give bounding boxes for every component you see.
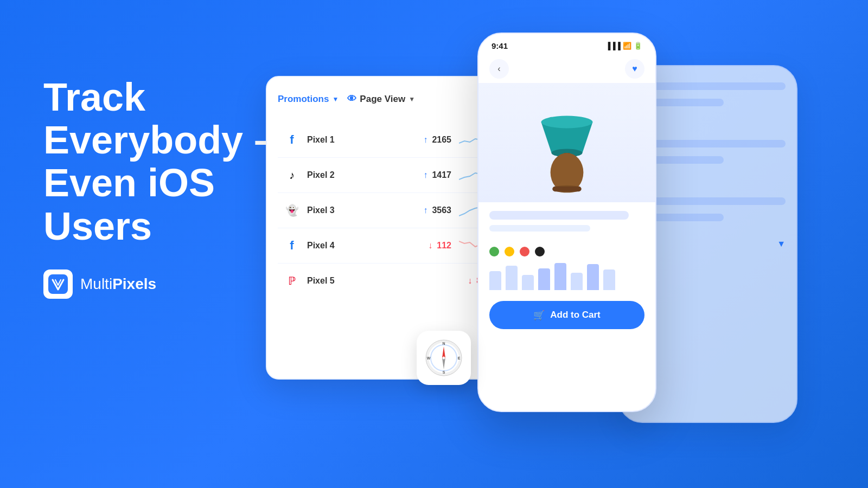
down-arrow-5: ↓: [468, 276, 472, 286]
bar-5: [554, 263, 566, 290]
promotions-arrow-icon: ▼: [332, 95, 339, 103]
wishlist-button[interactable]: ♥: [625, 59, 644, 79]
svg-text:W: W: [427, 356, 431, 360]
lamp-image: [524, 91, 610, 194]
metric-1: ↑ 2165: [423, 135, 451, 145]
pixel-row-1: f Pixel 1 ↑ 2165: [278, 123, 493, 158]
pixel-name-3: Pixel 3: [307, 206, 416, 215]
brand-name: MultiPixels: [80, 275, 156, 293]
down-arrow-4: ↓: [428, 241, 432, 251]
pixel-row-5: ℙ Pixel 5 ↓ 88: [278, 264, 493, 298]
page-view-dropdown[interactable]: 👁 Page View ▼: [347, 94, 415, 105]
facebook-icon-2: f: [284, 238, 299, 253]
product-details: [478, 202, 655, 240]
promotions-dropdown[interactable]: Promotions ▼: [278, 94, 339, 105]
svg-text:E: E: [458, 356, 461, 360]
pixel-name-5: Pixel 5: [307, 276, 460, 286]
bar-7: [587, 264, 599, 290]
bar-6: [571, 273, 583, 290]
brand-logo: [43, 269, 73, 299]
pixel-row-2: ♪ Pixel 2 ↑ 1417: [278, 158, 493, 193]
color-black[interactable]: [535, 247, 545, 256]
svg-rect-15: [552, 187, 581, 192]
value-1: 2165: [432, 135, 451, 145]
color-red[interactable]: [520, 247, 529, 256]
up-arrow-1: ↑: [423, 135, 427, 145]
promotions-label: Promotions: [278, 94, 329, 105]
value-3: 3563: [432, 206, 451, 215]
headline-line3: Even iOS: [43, 162, 282, 204]
phone-nav: ‹ ♥: [478, 55, 655, 83]
battery-icon: 🔋: [634, 42, 642, 50]
pixel-name-4: Pixel 4: [307, 241, 420, 251]
signal-icon: ▐▐▐: [605, 42, 621, 50]
metric-3: ↑ 3563: [423, 206, 451, 215]
bar-4: [538, 268, 550, 290]
page-view-arrow-icon: ▼: [409, 95, 415, 103]
cart-icon-btn: 🛒: [533, 310, 545, 321]
status-bar: 9:41 ▐▐▐ 📶 🔋: [478, 34, 655, 55]
tiktok-icon: ♪: [284, 168, 299, 183]
add-to-cart-label: Add to Cart: [550, 310, 601, 320]
bar-2: [506, 266, 518, 290]
svg-point-10: [541, 116, 593, 129]
bar-1: [489, 271, 501, 290]
product-image-area: [478, 83, 655, 202]
pixel-name-1: Pixel 1: [307, 135, 416, 145]
phone-time: 9:41: [492, 41, 508, 50]
product-title-placeholder: [489, 211, 629, 220]
product-subtitle-placeholder: [489, 225, 590, 232]
color-green[interactable]: [489, 247, 499, 256]
pinterest-icon: ℙ: [284, 273, 299, 288]
status-icons: ▐▐▐ 📶 🔋: [605, 42, 642, 50]
color-yellow[interactable]: [505, 247, 514, 256]
pixel-row-3: 👻 Pixel 3 ↑ 3563: [278, 193, 493, 228]
pixel-row-4: f Pixel 4 ↓ 112: [278, 228, 493, 264]
bg-card-arrow-icon: ▼: [777, 239, 786, 249]
snapchat-icon: 👻: [284, 203, 299, 218]
brand-area: MultiPixels: [43, 269, 282, 299]
card-header: Promotions ▼ 👁 Page View ▼ 🛒: [278, 92, 493, 112]
value-4: 112: [437, 241, 451, 251]
back-button[interactable]: ‹: [489, 59, 509, 79]
headline-line1: Track: [43, 76, 282, 119]
color-options: [478, 240, 655, 263]
headline-line2: Everybody –: [43, 119, 282, 162]
safari-icon: N S E W: [417, 331, 471, 385]
page-view-label: Page View: [360, 94, 405, 105]
metric-4: ↓ 112: [428, 241, 451, 251]
svg-text:S: S: [443, 370, 445, 374]
pixel-name-2: Pixel 2: [307, 170, 416, 180]
add-to-cart-button[interactable]: 🛒 Add to Cart: [489, 301, 644, 329]
phone-mockup: 9:41 ▐▐▐ 📶 🔋 ‹ ♥: [477, 33, 656, 412]
metric-2: ↑ 1417: [423, 170, 451, 180]
svg-text:N: N: [442, 342, 445, 345]
bar-3: [522, 275, 534, 290]
wifi-icon: 📶: [623, 42, 631, 50]
value-2: 1417: [432, 170, 451, 180]
chart-bars: [478, 263, 655, 296]
left-content: Track Everybody – Even iOS Users MultiPi…: [43, 76, 282, 299]
facebook-icon-1: f: [284, 132, 299, 147]
dashboard-card: Promotions ▼ 👁 Page View ▼ 🛒 f Pixel 1 ↑…: [266, 76, 505, 380]
headline-line4: Users: [43, 205, 282, 248]
bar-8: [603, 269, 615, 290]
up-arrow-3: ↑: [423, 206, 427, 215]
up-arrow-2: ↑: [423, 170, 427, 180]
headline: Track Everybody – Even iOS Users: [43, 76, 282, 248]
eye-icon: 👁: [347, 94, 356, 105]
